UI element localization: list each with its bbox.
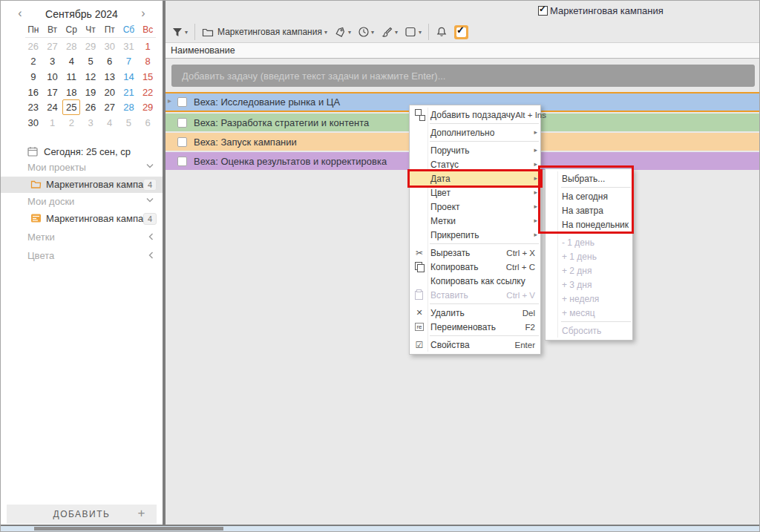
sidebar-section-labels[interactable]: Метки: [1, 229, 163, 246]
menu-separator: [430, 243, 539, 244]
menu-item[interactable]: На завтра: [546, 203, 632, 217]
menu-item[interactable]: Проект▸: [410, 200, 540, 214]
completed-filter-toggle[interactable]: ✓: [454, 25, 468, 39]
menu-item[interactable]: Дата▸: [410, 171, 540, 185]
calendar-day[interactable]: 28: [62, 39, 81, 54]
horizontal-scrollbar[interactable]: [1, 526, 759, 531]
sidebar-item-board[interactable]: Маркетинговая кампа... 4: [1, 211, 163, 227]
calendar-day[interactable]: 18: [62, 85, 81, 100]
prev-month-button[interactable]: ‹: [13, 7, 27, 22]
calendar-day[interactable]: 31: [119, 39, 139, 54]
menu-item[interactable]: КопироватьCtrl + C: [410, 260, 540, 274]
calendar-day[interactable]: 12: [81, 69, 100, 85]
status-button[interactable]: ▾: [404, 26, 422, 38]
calendar-day[interactable]: 19: [81, 85, 100, 100]
calendar-day[interactable]: 5: [81, 54, 100, 70]
sidebar-section-colors[interactable]: Цвета: [1, 248, 163, 264]
calendar-day[interactable]: 8: [138, 54, 157, 70]
calendar-day[interactable]: 11: [62, 69, 81, 85]
menu-shortcut: F2: [525, 323, 535, 332]
calendar-day[interactable]: 1: [138, 39, 157, 54]
chevron-down-icon: ▾: [371, 29, 374, 36]
menu-item[interactable]: ✂ВырезатьCtrl + X: [410, 246, 540, 260]
add-task-input[interactable]: [171, 65, 755, 87]
calendar-day[interactable]: 30: [100, 39, 119, 54]
calendar-day[interactable]: 9: [24, 69, 43, 85]
menu-item[interactable]: Выбрать...: [546, 171, 632, 185]
calendar-weekday-header: ПнВтСрЧтПтСбВс: [24, 24, 157, 35]
menu-item[interactable]: Дополнительно▸: [410, 125, 540, 139]
menu-item[interactable]: Копировать как ссылку: [410, 274, 540, 288]
calendar-day[interactable]: 30: [24, 115, 43, 131]
calendar-day[interactable]: 17: [43, 85, 62, 100]
calendar-day[interactable]: 26: [81, 99, 100, 115]
calendar-day[interactable]: 29: [81, 39, 100, 54]
calendar-day[interactable]: 20: [100, 85, 119, 100]
task-checkbox[interactable]: [177, 118, 187, 128]
calendar-day[interactable]: 5: [119, 115, 139, 131]
calendar-day[interactable]: 2: [62, 115, 81, 131]
check-icon: ✓: [456, 24, 465, 36]
calendar-day[interactable]: 13: [100, 69, 119, 85]
delete-icon: ✕: [413, 306, 426, 319]
sidebar-item-project[interactable]: Маркетинговая кампа... 4: [1, 177, 163, 193]
calendar-day-today[interactable]: 25: [62, 99, 81, 115]
schedule-button[interactable]: ▾: [358, 26, 374, 38]
sidebar-section-projects[interactable]: Мои проекты: [1, 160, 163, 176]
menu-item: + 2 дня: [546, 263, 632, 278]
menu-item[interactable]: Добавить подзадачуAlt + Ins: [410, 108, 540, 122]
menu-item[interactable]: Прикрепить▸: [410, 228, 540, 242]
task-checkbox[interactable]: [177, 137, 187, 147]
calendar-day[interactable]: 16: [24, 85, 43, 100]
menu-item: + 1 день: [546, 249, 632, 263]
today-label: Сегодня: 25 сен, ср: [44, 146, 131, 157]
notifications-button[interactable]: [436, 26, 448, 38]
menu-item[interactable]: ✕УдалитьDel: [410, 306, 540, 320]
calendar-day[interactable]: 29: [138, 99, 157, 115]
calendar-day[interactable]: 2: [24, 54, 43, 70]
task-checkbox[interactable]: [177, 97, 187, 107]
calendar-day[interactable]: 26: [24, 39, 43, 54]
calendar-day[interactable]: 7: [119, 54, 139, 70]
calendar-day[interactable]: 22: [138, 85, 157, 100]
calendar-day[interactable]: 28: [119, 99, 139, 115]
menu-item: + неделя: [546, 292, 632, 306]
calendar-day[interactable]: 15: [138, 69, 157, 85]
labels-button[interactable]: ▾: [334, 27, 351, 38]
project-filter-checkbox-row[interactable]: ✓ Маркетинговая кампания: [538, 5, 664, 16]
calendar-day[interactable]: 24: [43, 99, 62, 115]
calendar-day[interactable]: 6: [138, 115, 157, 131]
add-button[interactable]: ДОБАВИТЬ +: [7, 505, 157, 524]
checkbox-checked-icon[interactable]: ✓: [538, 6, 548, 16]
project-selector[interactable]: Маркетинговая кампания ▾: [202, 27, 327, 37]
menu-item[interactable]: Метки▸: [410, 214, 540, 228]
calendar-day[interactable]: 27: [43, 39, 62, 54]
calendar-day[interactable]: 6: [100, 54, 119, 70]
calendar-day[interactable]: 3: [43, 54, 62, 70]
calendar-day[interactable]: 4: [100, 115, 119, 131]
next-month-button[interactable]: ›: [136, 7, 151, 22]
calendar-day[interactable]: 4: [62, 54, 81, 70]
menu-item[interactable]: Статус▸: [410, 157, 540, 171]
today-row[interactable]: Сегодня: 25 сен, ср: [1, 145, 163, 160]
calendar-day[interactable]: 27: [100, 99, 119, 115]
menu-item[interactable]: Поручить▸: [410, 143, 540, 157]
scrollbar-thumb[interactable]: [34, 527, 223, 531]
color-button[interactable]: ▾: [381, 27, 398, 38]
menu-item[interactable]: Цвет▸: [410, 185, 540, 200]
sidebar-section-boards[interactable]: Мои доски: [1, 194, 163, 210]
column-header-name[interactable]: Наименование: [166, 42, 759, 59]
filter-button[interactable]: ▾: [171, 27, 188, 38]
expand-arrow-icon[interactable]: ▸: [168, 96, 171, 105]
menu-item[interactable]: ☑СвойстваEnter: [410, 338, 540, 352]
calendar-day[interactable]: 3: [81, 115, 100, 131]
calendar-day[interactable]: 10: [43, 69, 62, 85]
calendar-day[interactable]: 14: [119, 69, 139, 85]
calendar-day[interactable]: 23: [24, 99, 43, 115]
menu-item[interactable]: reПереименоватьF2: [410, 320, 540, 334]
calendar-day[interactable]: 1: [43, 115, 62, 131]
calendar-day[interactable]: 21: [119, 85, 139, 100]
menu-item[interactable]: На понедельник: [546, 217, 632, 231]
task-checkbox[interactable]: [177, 157, 187, 166]
menu-item[interactable]: На сегодня: [546, 189, 632, 203]
